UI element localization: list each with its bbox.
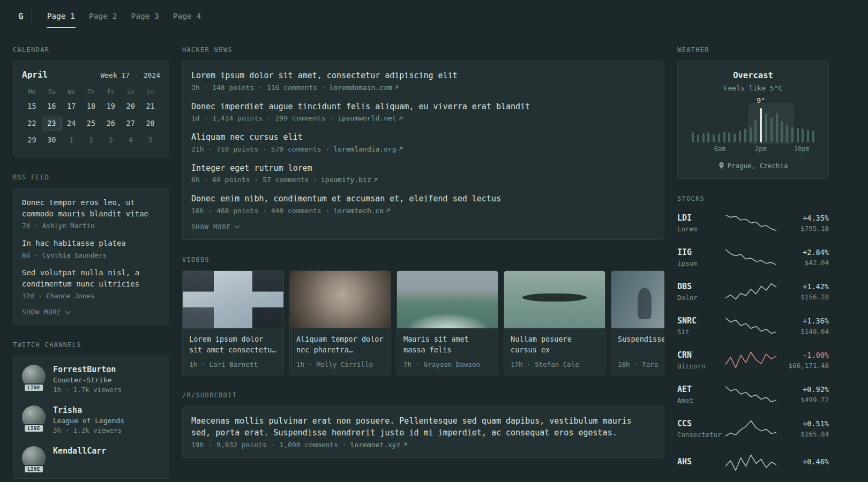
video-meta: 1h · Lori Barnett xyxy=(189,360,277,368)
stock-identity: AET Amet xyxy=(677,385,725,404)
stock-symbol: DBS xyxy=(677,282,725,291)
channel-meta: 1h · 1.7k viewers xyxy=(53,386,122,394)
rss-item-title[interactable]: Donec tempor eros leo, ut commodo mauris… xyxy=(22,197,160,220)
video-card[interactable]: Aliquam tempor dolor nec pharetra… 1h · … xyxy=(289,270,391,375)
stock-sparkline-wrap xyxy=(725,453,776,472)
video-meta: 7h · Grayson Dawson xyxy=(403,360,491,368)
chevron-down-icon xyxy=(65,308,71,314)
stock-name: Ipsum xyxy=(677,259,725,267)
hackernews-show-more-button[interactable]: SHOW MORE xyxy=(191,223,239,231)
stock-identity: LDI Lorem xyxy=(677,213,725,233)
stock-row[interactable]: IIG Ipsum +2.84% $42.04 xyxy=(677,244,829,270)
video-title: Aliquam tempor dolor nec pharetra… xyxy=(296,334,384,356)
page-tab[interactable]: Page 3 xyxy=(124,0,166,32)
hackernews-item-domain[interactable]: loremtech.co xyxy=(333,207,390,215)
center-column: HACKER NEWS Lorem ipsum dolor sit amet, … xyxy=(182,46,664,474)
calendar-day: 21 xyxy=(140,99,160,115)
domain-label: loremnet.xyz xyxy=(350,441,401,449)
weather-widget: WEATHER Overcast Feels like 5°C 9° 6am2p… xyxy=(677,46,829,179)
domain-label: ipsumify.biz xyxy=(321,176,371,184)
video-card[interactable]: Lorem ipsum dolor sit amet consectetu… 1… xyxy=(182,270,284,375)
logo-separator xyxy=(31,10,32,22)
video-card[interactable]: Nullam posuere cursus ex 17h · Stefan Co… xyxy=(504,270,605,375)
stock-symbol: LDI xyxy=(677,213,725,223)
stock-numbers: +2.84% $42.04 xyxy=(776,248,829,267)
video-card[interactable]: Mauris sit amet massa felis 7h · Grayson… xyxy=(396,270,498,375)
calendar-days: 1516171819202122232425262728293012345 xyxy=(22,99,160,148)
stock-change: -1.00% xyxy=(776,351,829,359)
stock-row[interactable]: AET Amet +0.92% $499.72 xyxy=(677,381,829,408)
stock-numbers: -1.00% $66,171.48 xyxy=(776,351,829,370)
hackernews-item: Lorem ipsum dolor sit amet, consectetur … xyxy=(191,70,655,92)
subreddit-post-domain[interactable]: loremnet.xyz xyxy=(350,441,407,449)
hackernews-item-title[interactable]: Aliquam nec cursus elit xyxy=(191,131,655,144)
video-title: Suspendisse diam xyxy=(618,334,664,356)
rss-item-title[interactable]: Sed volutpat nulla nisl, a condimentum n… xyxy=(22,267,160,290)
hackernews-widget: HACKER NEWS Lorem ipsum dolor sit amet, … xyxy=(182,46,664,240)
twitch-channel-row[interactable]: LIVE Trisha League of Legends 3h · 1.2k … xyxy=(22,405,160,434)
avatar: LIVE xyxy=(22,405,46,429)
avatar: LIVE xyxy=(22,365,46,388)
hackernews-item-title[interactable]: Donec enim nibh, condimentum et accumsan… xyxy=(191,193,655,205)
show-more-label: SHOW MORE xyxy=(22,308,62,316)
domain-label: loremdomain.com xyxy=(329,84,392,92)
rss-item-title[interactable]: In hac habitasse platea xyxy=(22,238,160,250)
page-tab[interactable]: Page 1 xyxy=(40,0,82,32)
channel-name[interactable]: ForrestBurton xyxy=(53,365,122,374)
subreddit-post-meta: 19h · 9,932 points · 1,090 comments · lo… xyxy=(191,441,655,449)
video-card[interactable]: Suspendisse diam 18h · Tara xyxy=(611,270,664,375)
video-body: Lorem ipsum dolor sit amet consectetu… 1… xyxy=(183,328,283,375)
hackernews-item-domain[interactable]: loremlandia.org xyxy=(333,145,402,153)
stock-identity: CRN Bitcorn xyxy=(677,350,725,370)
stock-name: Bitcorn xyxy=(677,362,725,370)
top-bar: G Page 1Page 2Page 3Page 4 xyxy=(0,0,868,32)
calendar-day: 17 xyxy=(62,99,81,115)
stock-sparkline xyxy=(725,316,776,335)
avatar: LIVE xyxy=(22,446,46,470)
stock-sparkline xyxy=(725,247,776,267)
hackernews-card: Lorem ipsum dolor sit amet, consectetur … xyxy=(182,61,664,240)
calendar-day: 5 xyxy=(140,132,160,148)
calendar-day: 27 xyxy=(121,116,140,132)
stock-sparkline-wrap xyxy=(725,385,776,404)
hackernews-item-meta: 3h · 148 points · 116 comments · loremdo… xyxy=(191,84,655,92)
right-column: WEATHER Overcast Feels like 5°C 9° 6am2p… xyxy=(677,46,829,482)
rss-list: Donec tempor eros leo, ut commodo mauris… xyxy=(22,197,160,300)
hackernews-item-title[interactable]: Donec imperdiet augue tincidunt felis al… xyxy=(191,101,655,113)
hackernews-item-title[interactable]: Integer eget rutrum lorem xyxy=(191,162,655,175)
rss-show-more-button[interactable]: SHOW MORE xyxy=(22,308,70,316)
video-title: Mauris sit amet massa felis xyxy=(403,334,491,356)
subreddit-post-title[interactable]: Maecenas mollis pulvinar erat non posuer… xyxy=(191,415,655,439)
hackernews-item-domain[interactable]: loremdomain.com xyxy=(329,84,398,92)
channel-name[interactable]: KendallCarr xyxy=(53,446,106,456)
twitch-channel-row[interactable]: LIVE ForrestBurton Counter-Strike 1h · 1… xyxy=(22,365,160,394)
stock-change: +0.46% xyxy=(776,457,829,466)
page-tab[interactable]: Page 2 xyxy=(82,0,124,32)
rss-section-title: RSS FEED xyxy=(13,174,169,181)
live-badge: LIVE xyxy=(24,465,44,473)
rss-widget: RSS FEED Donec tempor eros leo, ut commo… xyxy=(13,174,169,325)
hackernews-item-domain[interactable]: ipsumify.biz xyxy=(321,176,378,184)
stock-numbers: +1.42% $156.28 xyxy=(776,282,829,301)
hackernews-item-domain[interactable]: ipsumworld.net xyxy=(338,114,403,122)
calendar-year: 2024 xyxy=(144,71,160,79)
hackernews-item-stats: 21h · 710 points · 579 comments · xyxy=(191,145,330,153)
stock-row[interactable]: AHS +0.46% xyxy=(677,449,829,476)
hackernews-item-meta: 1d · 1,414 points · 299 comments · ipsum… xyxy=(191,114,655,122)
stock-row[interactable]: CCS Consectetur +0.51% $165.84 xyxy=(677,415,829,442)
channel-name[interactable]: Trisha xyxy=(53,405,124,415)
page-tab[interactable]: Page 4 xyxy=(166,0,208,32)
calendar-header: April Week 17 · 2024 xyxy=(22,70,160,80)
twitch-channel-row[interactable]: LIVE KendallCarr xyxy=(22,446,160,470)
stock-row[interactable]: CRN Bitcorn -1.00% $66,171.48 xyxy=(677,347,829,373)
channel-game: League of Legends xyxy=(53,417,124,425)
external-link-icon xyxy=(386,208,390,213)
stock-row[interactable]: SNRC Sit +1.36% $148.64 xyxy=(677,312,829,339)
stock-name: Lorem xyxy=(677,225,725,233)
hackernews-item-title[interactable]: Lorem ipsum dolor sit amet, consectetur … xyxy=(191,70,655,82)
stock-row[interactable]: DBS Dolor +1.42% $156.28 xyxy=(677,278,829,305)
videos-row: Lorem ipsum dolor sit amet consectetu… 1… xyxy=(182,270,664,375)
calendar-day: 2 xyxy=(81,132,101,148)
page-tabs: Page 1Page 2Page 3Page 4 xyxy=(40,0,208,32)
stock-row[interactable]: LDI Lorem +4.35% $795.18 xyxy=(677,209,829,236)
